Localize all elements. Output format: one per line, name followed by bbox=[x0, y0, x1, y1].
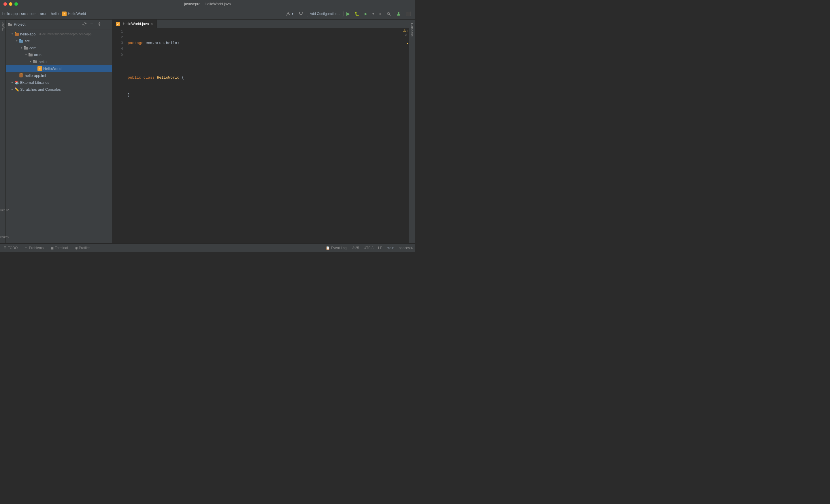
add-configuration-button[interactable]: Add Configuration... bbox=[307, 11, 344, 17]
sidebar: Project bbox=[6, 20, 113, 243]
tab-helloworld[interactable]: J HelloWorld.java ✕ bbox=[113, 20, 157, 28]
code-line-5 bbox=[128, 109, 403, 115]
sidebar-tree: hello-app ~/Documents/idea/javasepro/hel… bbox=[6, 29, 112, 243]
run-coverage-button[interactable]: ▶ bbox=[363, 11, 369, 17]
close-brace: } bbox=[128, 92, 130, 98]
tree-item-helloworld[interactable]: C HelloWorld bbox=[6, 65, 112, 72]
warning-icon: ⚠ bbox=[403, 29, 406, 33]
problems-label: Problems bbox=[29, 246, 43, 250]
encoding-indicator[interactable]: UTF-8 bbox=[364, 246, 374, 250]
terminal-button[interactable]: ▣ Terminal bbox=[49, 245, 69, 250]
toolbar-right: ▾ Add Configuration... ▶ 🐛 ▶ ▾ ■ bbox=[284, 10, 413, 17]
line-num-2: 2 bbox=[115, 35, 123, 40]
code-line-3: public class HelloWorld { bbox=[128, 75, 403, 81]
line-num-1: 1 bbox=[115, 29, 123, 35]
close-sidebar-button[interactable]: — bbox=[104, 21, 110, 27]
svg-rect-13 bbox=[33, 61, 37, 63]
todo-label: TODO bbox=[8, 246, 18, 250]
tree-item-external-libs[interactable]: 📚 External Libraries bbox=[6, 79, 112, 86]
open-brace: { bbox=[182, 75, 184, 81]
event-log-button[interactable]: 📋 Event Log bbox=[324, 245, 348, 250]
tab-close-button[interactable]: ✕ bbox=[151, 22, 153, 25]
user-button[interactable] bbox=[394, 10, 403, 17]
module-icon bbox=[14, 32, 19, 36]
sidebar-header: Project bbox=[6, 20, 112, 29]
chevron-src bbox=[15, 39, 19, 43]
profiler-button[interactable]: ◉ Profiler bbox=[74, 245, 91, 250]
favorites-vertical-icon[interactable]: ★ Favorites bbox=[0, 231, 9, 240]
todo-button[interactable]: ☰ TODO bbox=[2, 245, 19, 250]
tree-item-com[interactable]: com bbox=[6, 44, 112, 51]
window-title: javasepro – HelloWorld.java bbox=[184, 2, 231, 6]
line-col-indicator: 3:25 bbox=[352, 246, 359, 250]
breadcrumb-helloworld[interactable]: J HelloWorld bbox=[62, 11, 86, 16]
magnet-button[interactable] bbox=[297, 10, 305, 17]
error-marker bbox=[407, 43, 408, 44]
package-name: com.arun.hello bbox=[146, 40, 177, 46]
run-button[interactable]: ▶ bbox=[345, 10, 351, 17]
sync-button[interactable] bbox=[81, 21, 88, 27]
svg-rect-9 bbox=[15, 33, 19, 36]
code-editor[interactable]: package com.arun.hello; public class Hel… bbox=[125, 28, 403, 243]
tree-label-com: com bbox=[29, 46, 37, 50]
keyword-class: class bbox=[143, 75, 155, 81]
project-vertical-label[interactable]: Project bbox=[0, 20, 5, 35]
terminal-label: Terminal bbox=[55, 246, 68, 250]
profile-button[interactable]: ▾ bbox=[284, 10, 295, 17]
warning-indicator[interactable]: ⚠ 1 bbox=[403, 28, 409, 33]
line-sep-indicator[interactable]: LF bbox=[378, 246, 382, 250]
maximize-button[interactable] bbox=[14, 2, 18, 6]
scrollbar-area[interactable] bbox=[403, 37, 409, 243]
minimize-button[interactable] bbox=[9, 2, 12, 6]
svg-point-5 bbox=[398, 12, 400, 14]
close-button[interactable] bbox=[3, 2, 7, 6]
breadcrumb-src[interactable]: src bbox=[21, 11, 26, 16]
tree-label-scratches: Scratches and Consoles bbox=[20, 87, 61, 92]
tree-item-hello-app[interactable]: hello-app ~/Documents/idea/javasepro/hel… bbox=[6, 31, 112, 37]
collapse-all-button[interactable] bbox=[89, 21, 95, 27]
close-icon: — bbox=[105, 23, 109, 27]
git-branch[interactable]: main bbox=[387, 246, 394, 250]
breadcrumb-arun[interactable]: arun bbox=[40, 11, 47, 16]
breadcrumb-com[interactable]: com bbox=[29, 11, 37, 16]
tree-label-iml: hello-app.iml bbox=[25, 73, 46, 78]
problems-button[interactable]: ⚠ Problems bbox=[23, 245, 45, 250]
editor-tabs: J HelloWorld.java ✕ bbox=[113, 20, 409, 28]
debug-button[interactable]: 🐛 bbox=[353, 10, 361, 17]
status-bar-left: ☰ TODO ⚠ Problems ▣ Terminal ◉ Profiler bbox=[2, 245, 91, 250]
breadcrumb-hello-app[interactable]: hello-app bbox=[2, 11, 18, 16]
tree-label-hello: hello bbox=[39, 60, 46, 64]
structure-vertical-icon[interactable]: Structure bbox=[0, 206, 10, 213]
settings-button[interactable]: ⬛ bbox=[404, 10, 413, 17]
stop-button[interactable]: ■ bbox=[378, 11, 383, 17]
tree-item-hello[interactable]: hello bbox=[6, 58, 112, 65]
class-name: HelloWorld bbox=[157, 75, 179, 81]
database-panel-label[interactable]: Database bbox=[410, 21, 414, 39]
breadcrumb-hello[interactable]: hello bbox=[51, 11, 59, 16]
iml-file-icon bbox=[19, 73, 24, 78]
search-everywhere-button[interactable] bbox=[385, 10, 393, 17]
tree-item-scratches[interactable]: ✏️ Scratches and Consoles bbox=[6, 86, 112, 93]
toolbar: hello-app › src › com › arun › hello › J… bbox=[0, 8, 415, 20]
line-numbers: 1 2 3 4 5 bbox=[113, 28, 125, 243]
more-options-button[interactable] bbox=[96, 21, 103, 27]
chevron-iml bbox=[15, 74, 19, 77]
sidebar-title: Project bbox=[14, 22, 25, 27]
right-indicator-strip: ⚠ 1 ∨ bbox=[403, 28, 409, 243]
chevron-arun bbox=[24, 53, 28, 57]
tree-item-iml[interactable]: hello-app.iml bbox=[6, 72, 112, 79]
ext-libs-icon: 📚 bbox=[14, 80, 19, 85]
editor-content: 1 2 3 4 5 package com.arun.hello; public… bbox=[113, 28, 409, 243]
profiler-icon: ◉ bbox=[75, 246, 78, 250]
tree-item-arun[interactable]: arun bbox=[6, 51, 112, 58]
svg-rect-11 bbox=[24, 47, 28, 49]
tree-item-src[interactable]: src bbox=[6, 37, 112, 44]
hello-folder-icon bbox=[33, 60, 37, 64]
sidebar-actions: — bbox=[81, 21, 110, 27]
sync-icon bbox=[83, 22, 87, 26]
svg-rect-2 bbox=[302, 12, 302, 13]
expand-indicator: ∨ bbox=[404, 33, 408, 37]
more-run-button[interactable]: ▾ bbox=[371, 11, 376, 17]
user-icon bbox=[396, 11, 401, 16]
src-folder-icon bbox=[19, 39, 24, 43]
